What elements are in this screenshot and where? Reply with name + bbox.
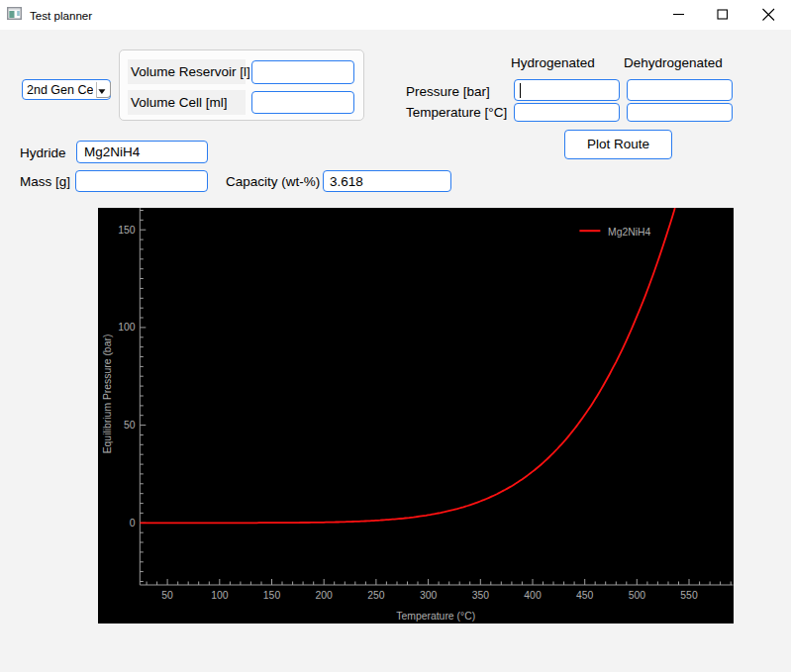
svg-text:100: 100 [118, 322, 136, 333]
svg-text:100: 100 [211, 590, 229, 601]
svg-text:300: 300 [420, 590, 438, 601]
svg-text:150: 150 [118, 225, 136, 236]
svg-text:50: 50 [124, 420, 136, 431]
svg-text:50: 50 [161, 590, 173, 601]
svg-text:Mg2NiH4: Mg2NiH4 [608, 227, 651, 238]
svg-text:400: 400 [524, 590, 542, 601]
svg-text:450: 450 [576, 590, 594, 601]
svg-text:150: 150 [263, 590, 281, 601]
svg-text:250: 250 [367, 590, 385, 601]
svg-text:550: 550 [680, 590, 698, 601]
svg-text:Equilibrium Pressure (bar): Equilibrium Pressure (bar) [102, 335, 113, 454]
svg-text:200: 200 [316, 590, 334, 601]
svg-text:500: 500 [629, 590, 646, 601]
svg-text:350: 350 [472, 590, 490, 601]
svg-text:0: 0 [130, 518, 136, 528]
svg-text:Temperature (°C): Temperature (°C) [396, 611, 475, 622]
